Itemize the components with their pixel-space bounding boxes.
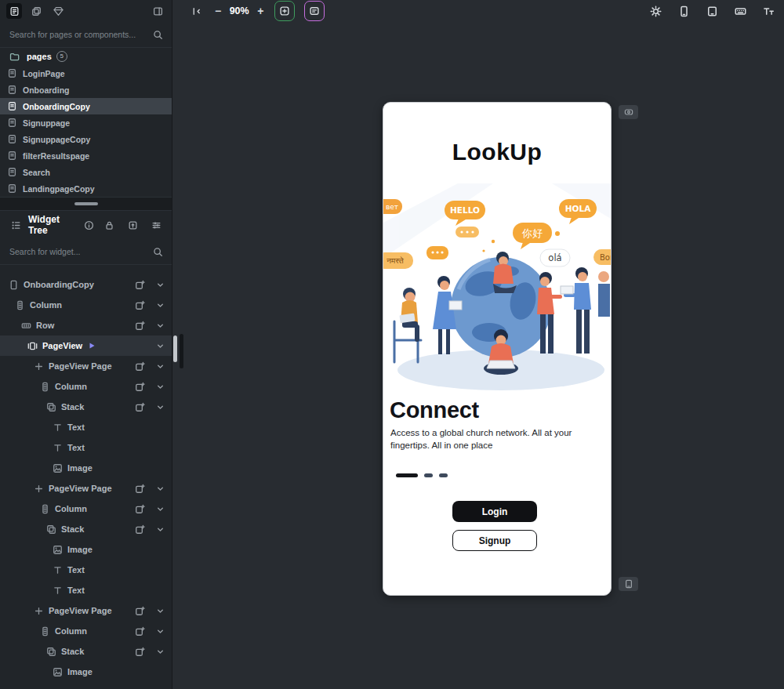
canvas-options-button[interactable] [304, 1, 325, 21]
sidebar-page-item[interactable]: SignuppageCopy [0, 131, 172, 147]
widget-tree-item[interactable]: Text [0, 560, 172, 580]
sidebar-page-item[interactable]: LandingpageCopy [0, 180, 172, 197]
add-child-widget-button[interactable] [134, 320, 145, 331]
canvas-screenshot-button[interactable] [619, 105, 638, 119]
add-child-widget-button[interactable] [134, 483, 145, 494]
chevron-down-icon[interactable] [154, 605, 165, 616]
chevron-down-icon[interactable] [154, 483, 165, 494]
export-icon[interactable] [125, 217, 140, 233]
tree-settings-icon[interactable] [148, 217, 164, 233]
add-child-widget-button[interactable] [134, 279, 145, 290]
onboarding-description: Access to a global church network. All a… [390, 427, 604, 451]
search-icon[interactable] [151, 245, 164, 258]
chevron-down-icon[interactable] [154, 503, 165, 514]
row-icon [20, 320, 31, 331]
chevron-down-icon[interactable] [154, 320, 165, 331]
widget-item-label: Stack [61, 524, 84, 534]
chevron-down-icon[interactable] [154, 646, 165, 657]
chevron-down-icon[interactable] [154, 524, 165, 535]
widget-tree-item[interactable]: Text [0, 417, 172, 437]
collapse-panel-button[interactable] [188, 3, 204, 19]
widgets-tab-icon[interactable] [50, 3, 66, 19]
pages-search-input[interactable] [8, 29, 145, 40]
sidebar-page-item[interactable]: LoginPage [0, 65, 172, 82]
search-icon[interactable] [151, 28, 164, 41]
zoom-level[interactable]: 90% [221, 5, 257, 16]
page-dot[interactable] [424, 473, 433, 477]
sidebar-scrollbar-thumb[interactable] [173, 335, 177, 362]
widget-tree-item[interactable]: Stack [0, 397, 172, 417]
login-button[interactable]: Login [452, 501, 537, 522]
device-tablet-icon[interactable] [704, 3, 720, 19]
widget-tree-item[interactable]: PageView Page [0, 356, 172, 376]
canvas-fit-button[interactable] [274, 1, 295, 21]
page-doc-icon [6, 183, 17, 194]
info-icon[interactable] [81, 217, 96, 233]
add-child-widget-button[interactable] [134, 646, 145, 657]
widget-tree-item[interactable]: Column [0, 499, 172, 519]
widget-tree-item[interactable]: PageView Page [0, 600, 172, 621]
panel-resize-handle[interactable] [74, 202, 98, 205]
bubble-ola: olá [548, 252, 561, 263]
zoom-out-button[interactable]: − [215, 5, 221, 17]
widget-tree-item[interactable]: Image [0, 458, 172, 478]
widget-item-label: PageView Page [49, 606, 112, 615]
add-child-widget-button[interactable] [134, 361, 145, 372]
add-child-widget-button[interactable] [134, 524, 145, 535]
keyboard-icon[interactable] [732, 3, 748, 19]
add-child-widget-button[interactable] [134, 381, 145, 392]
folder-icon [6, 49, 22, 64]
widget-tree-item[interactable]: PageView Page [0, 478, 172, 499]
sidebar-page-item[interactable]: Signuppage [0, 114, 172, 131]
zoom-in-button[interactable]: + [257, 5, 263, 17]
widget-tree-item[interactable]: Stack [0, 641, 172, 662]
widget-tree-item[interactable]: OnboardingCopy [0, 274, 172, 295]
widget-tree-item[interactable]: Row [0, 315, 172, 335]
add-child-widget-button[interactable] [134, 401, 145, 412]
theme-mode-icon[interactable] [648, 3, 663, 19]
sidebar-page-item[interactable]: OnboardingCopy [0, 98, 172, 114]
text-scale-icon[interactable] [760, 3, 776, 19]
page-dot[interactable] [439, 473, 448, 477]
widget-search-input[interactable] [8, 246, 145, 257]
add-child-widget-button[interactable] [134, 605, 145, 616]
widget-tree-item[interactable]: Column [0, 295, 172, 315]
chevron-down-icon[interactable] [154, 626, 165, 636]
text-icon [52, 564, 63, 575]
widget-tree-item[interactable]: Stack [0, 519, 172, 539]
chevron-down-icon[interactable] [154, 401, 165, 412]
chevron-down-icon[interactable] [154, 340, 165, 351]
widget-tree-item[interactable]: Column [0, 376, 172, 397]
widget-tree-item[interactable]: Text [0, 437, 172, 458]
components-tab-icon[interactable] [28, 3, 44, 19]
chevron-down-icon[interactable] [154, 279, 165, 290]
chevron-down-icon[interactable] [154, 299, 165, 310]
page-dot-active[interactable] [396, 473, 418, 477]
collapse-sidebar-icon[interactable] [150, 3, 165, 19]
chevron-down-icon[interactable] [154, 381, 165, 392]
widget-tree-item[interactable]: Image [0, 662, 172, 682]
widget-tree-item[interactable]: PageView [0, 335, 172, 356]
widget-tree-item[interactable]: Column [0, 621, 172, 641]
pages-tab-icon[interactable] [6, 3, 22, 19]
phone-preview[interactable]: LookUp [383, 102, 612, 596]
sidebar-page-item[interactable]: Search [0, 164, 172, 180]
canvas-frame-button[interactable] [619, 577, 638, 591]
widget-item-label: Text [67, 586, 85, 595]
sidebar-page-item[interactable]: filterResultspage [0, 147, 172, 164]
pages-list: LoginPageOnboardingOnboardingCopySignupp… [0, 65, 172, 197]
pages-section-header[interactable]: pages 5 [0, 48, 172, 65]
page-doc-icon [6, 101, 17, 112]
add-child-widget-button[interactable] [134, 503, 145, 514]
lock-icon[interactable] [101, 217, 117, 233]
add-child-widget-button[interactable] [134, 299, 145, 310]
chevron-down-icon[interactable] [154, 361, 165, 372]
add-child-widget-button[interactable] [134, 626, 145, 636]
canvas-panel-handle[interactable] [180, 334, 183, 368]
device-phone-icon[interactable] [676, 3, 691, 19]
widget-tree-item[interactable]: Image [0, 539, 172, 560]
widget-item-label: Column [30, 300, 62, 310]
signup-button[interactable]: Signup [452, 530, 537, 551]
sidebar-page-item[interactable]: Onboarding [0, 82, 172, 98]
widget-tree-item[interactable]: Text [0, 580, 172, 600]
